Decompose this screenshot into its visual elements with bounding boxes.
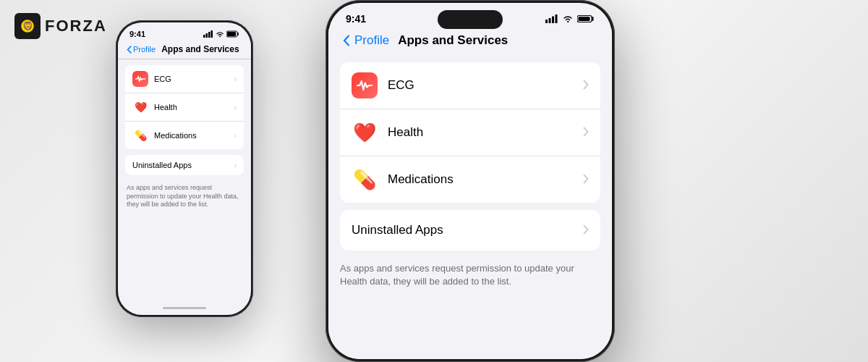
back-button-large[interactable]: Profile	[343, 33, 389, 48]
svg-rect-9	[549, 18, 551, 23]
chevron-left-icon-small	[127, 46, 132, 54]
chevron-right-icon	[583, 80, 589, 90]
status-bar-small: 9:41	[118, 22, 251, 41]
wifi-icon-large	[562, 14, 574, 23]
svg-rect-7	[227, 32, 236, 36]
svg-text:🦁: 🦁	[22, 20, 33, 31]
chevron-icon-large	[583, 80, 589, 92]
status-time-large: 9:41	[346, 13, 366, 25]
ecg-waveform-icon	[135, 75, 145, 83]
dynamic-island	[438, 10, 503, 29]
battery-icon-small	[226, 30, 239, 38]
health-label-large: Health	[388, 125, 583, 140]
chevron-icon-large	[583, 174, 589, 186]
content-large: ECG ❤️ Health	[328, 55, 612, 359]
list-item[interactable]: ❤️ Health	[340, 109, 600, 156]
signal-icon-large	[545, 14, 558, 23]
chevron-icon-large	[583, 127, 589, 139]
ecg-icon-small	[132, 71, 148, 87]
chevron-icon-small: ›	[234, 132, 237, 140]
status-time-small: 9:41	[129, 30, 145, 38]
svg-rect-3	[206, 33, 208, 38]
nav-title-small: Apps and Services	[161, 44, 239, 54]
list-item[interactable]: ❤️ Health ›	[125, 93, 244, 122]
wifi-icon-small	[216, 31, 224, 38]
battery-icon-large	[577, 14, 595, 23]
chevron-icon-small: ›	[234, 104, 237, 111]
chevron-right-icon	[583, 224, 589, 235]
svg-rect-5	[211, 30, 213, 38]
list-item[interactable]: ECG ›	[125, 65, 244, 93]
list-item[interactable]: ECG	[340, 62, 600, 109]
svg-rect-8	[545, 20, 548, 23]
health-icon-large: ❤️	[352, 119, 378, 146]
signal-icon-small	[203, 30, 213, 38]
uninstalled-item-small[interactable]: Uninstalled Apps ›	[125, 155, 244, 175]
nav-bar-small: Profile Apps and Services	[118, 41, 251, 59]
medications-icon-small: 💊	[132, 127, 148, 143]
footer-text-small: As apps and services request permission …	[118, 181, 251, 215]
forza-lion-icon: 🦁	[14, 13, 41, 39]
chevron-icon-large	[583, 224, 589, 237]
list-group-large: ECG ❤️ Health	[340, 62, 600, 203]
svg-rect-10	[552, 17, 554, 24]
chevron-right-icon	[583, 127, 589, 137]
forza-brand-text: FORZA	[45, 17, 107, 35]
status-icons-small	[203, 30, 239, 38]
medications-icon-large: 💊	[352, 167, 378, 193]
uninstalled-label-large: Uninstalled Apps	[352, 223, 583, 237]
phone-large: 9:41	[326, 0, 615, 362]
nav-title-large: Apps and Services	[398, 33, 508, 48]
ecg-waveform-icon-large	[357, 80, 373, 91]
health-label-small: Health	[154, 103, 234, 111]
svg-rect-11	[556, 14, 558, 23]
uninstalled-item-large[interactable]: Uninstalled Apps	[340, 210, 600, 251]
medications-label-small: Medications	[154, 131, 234, 140]
svg-rect-2	[203, 35, 205, 38]
chevron-left-icon-large	[343, 35, 350, 46]
phone-large-screen: 9:41	[328, 3, 612, 359]
list-item[interactable]: 💊 Medications	[340, 156, 600, 203]
medications-label-large: Medications	[388, 172, 583, 187]
back-button-small[interactable]: Profile	[127, 45, 156, 54]
uninstalled-group-large: Uninstalled Apps	[340, 210, 600, 251]
list-group-small: ECG › ❤️ Health › 💊	[125, 65, 244, 149]
chevron-icon-small: ›	[234, 75, 237, 83]
chevron-right-icon	[583, 174, 589, 184]
ecg-icon-large	[352, 72, 378, 98]
chevron-icon-small: ›	[234, 161, 237, 169]
home-indicator-small	[118, 300, 251, 315]
phone-small-screen: 9:41	[118, 22, 251, 315]
ecg-label-large: ECG	[388, 78, 583, 93]
svg-rect-4	[208, 32, 210, 38]
phone-small: 9:41	[116, 20, 253, 317]
uninstalled-label-small: Uninstalled Apps	[132, 161, 234, 169]
forza-logo: 🦁 FORZA	[14, 13, 107, 39]
ecg-label-small: ECG	[154, 75, 234, 83]
list-item[interactable]: 💊 Medications ›	[125, 122, 244, 149]
content-small: ECG › ❤️ Health › 💊	[118, 59, 251, 300]
uninstalled-group-small: Uninstalled Apps ›	[125, 155, 244, 175]
footer-text-large: As apps and services request permission …	[328, 258, 612, 295]
health-icon-small: ❤️	[132, 99, 148, 115]
nav-bar-large: Profile Apps and Services	[328, 29, 612, 55]
svg-rect-13	[579, 17, 590, 21]
